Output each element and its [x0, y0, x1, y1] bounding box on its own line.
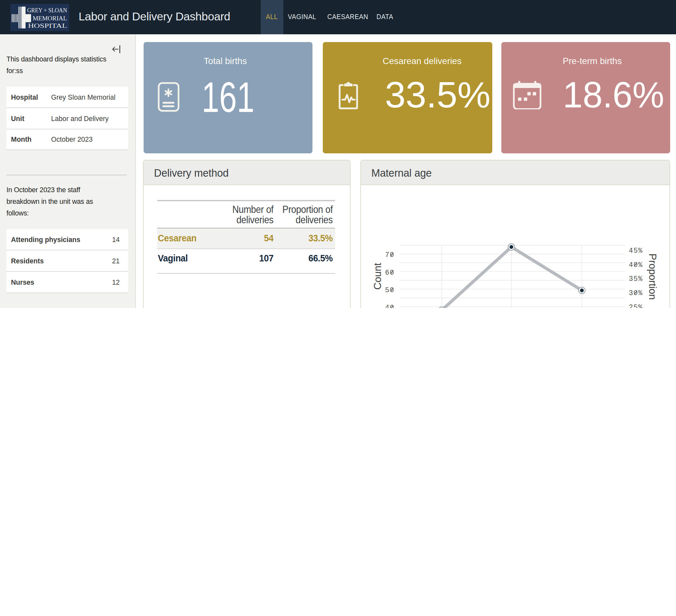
- svg-text:60: 60: [385, 269, 394, 277]
- svg-text:25%: 25%: [629, 303, 643, 308]
- svg-text:30%: 30%: [629, 289, 643, 297]
- svg-text:40: 40: [385, 304, 394, 308]
- svg-text:50: 50: [385, 286, 394, 294]
- svg-text:MEMORIAL: MEMORIAL: [33, 15, 67, 22]
- svg-text:GREY + SLOAN: GREY + SLOAN: [27, 7, 67, 14]
- svg-text:Proportion: Proportion: [647, 253, 658, 299]
- svg-text:45%: 45%: [629, 247, 643, 255]
- svg-text:Count: Count: [372, 263, 383, 290]
- svg-text:40%: 40%: [629, 261, 643, 269]
- svg-text:HOSPITAL: HOSPITAL: [28, 22, 67, 29]
- svg-text:35%: 35%: [629, 275, 643, 283]
- svg-text:70: 70: [385, 251, 394, 259]
